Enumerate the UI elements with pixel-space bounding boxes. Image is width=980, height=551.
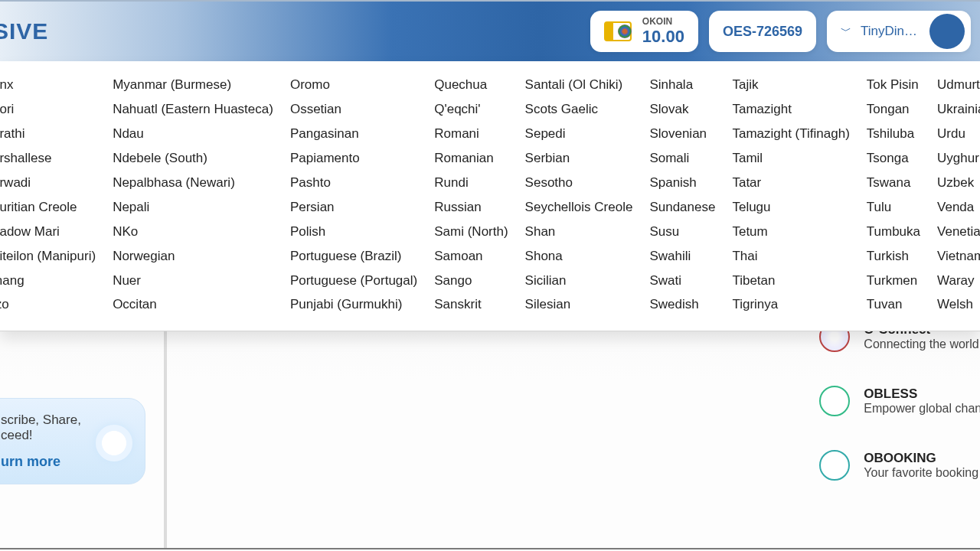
language-option[interactable]: arwadi: [0, 174, 96, 192]
language-option[interactable]: Santali (Ol Chiki): [525, 77, 633, 94]
language-option[interactable]: Susu: [649, 223, 715, 241]
language-option[interactable]: Swedish: [649, 296, 715, 314]
play-icon[interactable]: [96, 425, 132, 461]
language-option[interactable]: Tamil: [732, 150, 849, 168]
language-option[interactable]: Venda: [937, 199, 980, 217]
language-option[interactable]: Sepedi: [525, 126, 633, 143]
language-option[interactable]: Pashto: [290, 174, 417, 192]
language-option[interactable]: Oromo: [290, 77, 417, 94]
language-option[interactable]: inang: [0, 272, 96, 290]
language-option[interactable]: Tetum: [732, 223, 849, 241]
language-option[interactable]: Polish: [290, 223, 417, 241]
language-option[interactable]: auritian Creole: [0, 199, 96, 217]
language-option[interactable]: Vietnam: [937, 248, 980, 266]
language-option[interactable]: Rundi: [434, 174, 508, 192]
oes-id-pill[interactable]: OES-726569: [709, 11, 816, 52]
language-option[interactable]: Urdu: [937, 126, 980, 143]
language-option[interactable]: Silesian: [525, 296, 633, 314]
language-option[interactable]: Udmurt: [937, 77, 980, 94]
language-option[interactable]: Sanskrit: [434, 296, 508, 314]
language-option[interactable]: Turkmen: [867, 272, 920, 290]
language-option[interactable]: Papiamento: [290, 150, 417, 168]
promo-card[interactable]: scribe, Share, ceed! urn more: [0, 398, 145, 484]
language-option[interactable]: Spanish: [649, 174, 715, 192]
language-option[interactable]: Occitan: [113, 296, 273, 314]
user-menu[interactable]: ﹀ TinyDin…: [827, 11, 971, 52]
language-option[interactable]: Sundanese: [649, 199, 715, 217]
language-option[interactable]: Sicilian: [525, 272, 633, 290]
language-option[interactable]: Slovenian: [649, 126, 715, 143]
language-option[interactable]: Tok Pisin: [867, 77, 920, 94]
language-option[interactable]: Swati: [649, 272, 715, 290]
language-option[interactable]: NKo: [113, 223, 273, 241]
language-option[interactable]: eadow Mari: [0, 223, 96, 241]
language-option[interactable]: Uzbek: [937, 174, 980, 192]
language-option[interactable]: Tulu: [867, 199, 920, 217]
language-option[interactable]: Tongan: [867, 101, 920, 119]
language-option[interactable]: anx: [0, 77, 96, 94]
language-option[interactable]: Ndau: [113, 126, 273, 143]
language-option[interactable]: Tigrinya: [732, 296, 849, 314]
language-option[interactable]: Shan: [525, 223, 633, 241]
language-option[interactable]: Samoan: [434, 248, 508, 266]
language-option[interactable]: Sami (North): [434, 223, 508, 241]
language-option[interactable]: Nuer: [113, 272, 273, 290]
language-option[interactable]: Tajik: [732, 77, 849, 94]
language-option[interactable]: Tibetan: [732, 272, 849, 290]
logo[interactable]: SSIVE: [0, 18, 48, 44]
language-option[interactable]: Pangasinan: [290, 126, 417, 143]
language-option[interactable]: Tuvan: [867, 296, 920, 314]
language-option[interactable]: Sinhala: [649, 77, 715, 94]
language-option[interactable]: Portuguese (Portugal): [290, 272, 417, 290]
okoin-pill[interactable]: OKOIN 10.00: [590, 11, 698, 52]
language-option[interactable]: Telugu: [732, 199, 849, 217]
language-option[interactable]: Norwegian: [113, 248, 273, 266]
language-option[interactable]: Tswana: [867, 174, 920, 192]
learn-more-link[interactable]: urn more: [1, 454, 60, 470]
language-option[interactable]: Nepalbhasa (Newari): [113, 174, 273, 192]
language-option[interactable]: Quechua: [434, 77, 508, 94]
language-option[interactable]: Nahuatl (Eastern Huasteca): [113, 101, 273, 119]
language-option[interactable]: Persian: [290, 199, 417, 217]
language-option[interactable]: Punjabi (Gurmukhi): [290, 296, 417, 314]
language-option[interactable]: Tamazight: [732, 101, 849, 119]
app-card[interactable]: OBOOKINGYour favorite booking sit: [819, 450, 980, 481]
language-option[interactable]: arshallese: [0, 150, 96, 168]
app-card[interactable]: OBLESSEmpower global change: [819, 386, 980, 416]
language-option[interactable]: Somali: [649, 150, 715, 168]
language-option[interactable]: Russian: [434, 199, 508, 217]
language-option[interactable]: Romani: [434, 126, 508, 143]
language-option[interactable]: Slovak: [649, 101, 715, 119]
language-option[interactable]: Myanmar (Burmese): [113, 77, 273, 94]
language-option[interactable]: Portuguese (Brazil): [290, 248, 417, 266]
language-option[interactable]: Sango: [434, 272, 508, 290]
language-option[interactable]: Serbian: [525, 150, 633, 168]
language-option[interactable]: Ndebele (South): [113, 150, 273, 168]
language-option[interactable]: Ukrainia: [937, 101, 980, 119]
language-option[interactable]: Tumbuka: [867, 223, 920, 241]
language-option[interactable]: Tshiluba: [867, 126, 920, 143]
language-option[interactable]: eiteilon (Manipuri): [0, 248, 96, 266]
language-option[interactable]: arathi: [0, 126, 96, 143]
language-option[interactable]: Welsh: [937, 296, 980, 314]
language-option[interactable]: Seychellois Creole: [525, 199, 633, 217]
language-option[interactable]: Uyghur: [937, 150, 980, 168]
language-option[interactable]: Sesotho: [525, 174, 633, 192]
language-option[interactable]: Tamazight (Tifinagh): [732, 126, 849, 143]
language-option[interactable]: Waray: [937, 272, 980, 290]
language-option[interactable]: Turkish: [867, 248, 920, 266]
language-option[interactable]: izo: [0, 296, 96, 314]
language-option[interactable]: Thai: [732, 248, 849, 266]
language-option[interactable]: Tatar: [732, 174, 849, 192]
language-option[interactable]: Ossetian: [290, 101, 417, 119]
avatar[interactable]: [929, 14, 965, 49]
language-option[interactable]: Shona: [525, 248, 633, 266]
language-option[interactable]: Q'eqchi': [434, 101, 508, 119]
language-option[interactable]: aori: [0, 101, 96, 119]
language-option[interactable]: Romanian: [434, 150, 508, 168]
language-option[interactable]: Scots Gaelic: [525, 101, 633, 119]
language-option[interactable]: Nepali: [113, 199, 273, 217]
language-option[interactable]: Tsonga: [867, 150, 920, 168]
language-option[interactable]: Venetian: [937, 223, 980, 241]
language-option[interactable]: Swahili: [649, 248, 715, 266]
